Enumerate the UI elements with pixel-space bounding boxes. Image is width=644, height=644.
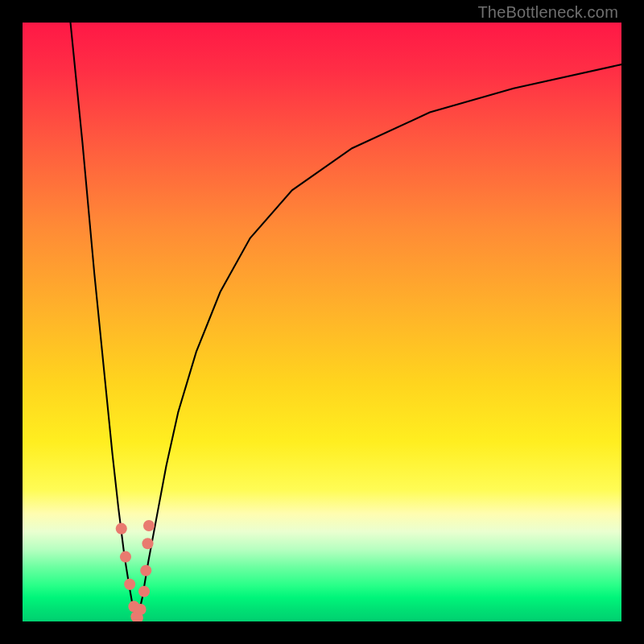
data-marker xyxy=(138,586,150,597)
data-marker xyxy=(120,551,131,563)
plot-area xyxy=(23,23,621,621)
chart-frame: TheBottleneck.com xyxy=(0,0,644,644)
data-marker xyxy=(135,604,147,615)
data-marker xyxy=(142,538,153,549)
data-marker xyxy=(143,520,155,531)
data-marker xyxy=(124,579,135,590)
curve-right-branch xyxy=(137,64,621,621)
data-marker xyxy=(140,565,151,576)
curves-layer xyxy=(23,23,621,621)
data-marker xyxy=(116,523,127,535)
curve-left-branch xyxy=(71,23,138,621)
watermark-text: TheBottleneck.com xyxy=(477,3,618,22)
